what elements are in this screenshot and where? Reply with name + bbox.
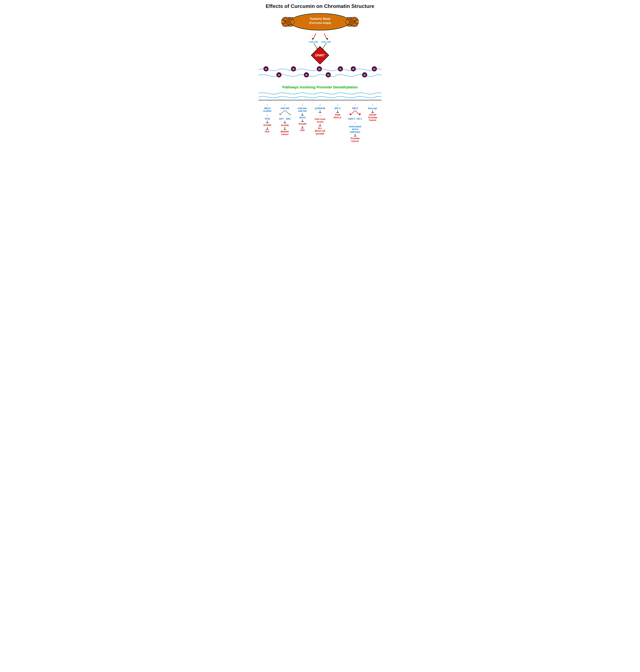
bottom-wave-svg xyxy=(259,91,381,100)
dnmt-section: DNMT xyxy=(259,42,381,62)
svg-marker-32 xyxy=(349,113,351,115)
svg-text:(Curcuma longa): (Curcuma longa) xyxy=(309,21,331,25)
bottom-wave xyxy=(259,91,381,100)
svg-point-3 xyxy=(281,20,286,24)
pathways-container: ↓ MEG3lncRNA ↓ TP53 Growth HCC ↓ miR-203 xyxy=(259,100,381,143)
pathway-heading: Pathways Involving Promoter Demethylatio… xyxy=(259,85,381,89)
turmeric-illustration: Tumeric Root (Curcuma longa) xyxy=(259,12,381,33)
turmeric-svg: Tumeric Root (Curcuma longa) xyxy=(281,12,359,33)
page-title: Effects of Curcumin on Chromatin Structu… xyxy=(259,3,381,9)
svg-line-27 xyxy=(280,110,285,115)
m-circle: M xyxy=(326,72,331,77)
m-circle: M xyxy=(263,66,268,72)
svg-text:Tumeric Root: Tumeric Root xyxy=(310,17,330,20)
m-circle: M xyxy=(338,66,343,72)
svg-marker-34 xyxy=(359,113,361,115)
pathway-wif1: ↓ WIF-1 A549NSCLC xyxy=(329,103,346,143)
pathway-p15: ↓ p15INK4b ↓ Cell CycleArrest ALL(RAJI c… xyxy=(311,103,329,143)
m-circle: M xyxy=(372,66,377,72)
svg-line-23 xyxy=(314,43,318,49)
svg-line-25 xyxy=(322,43,326,49)
pathway-mir203: ↓ miR-203 AKT SRC Growth Bladde xyxy=(276,103,294,143)
mir203-branches xyxy=(278,110,292,117)
pathway-neurog1: ↓ Neurog1 LNCaPProstateCancer xyxy=(364,103,381,143)
svg-line-31 xyxy=(350,110,355,115)
m-circle: M xyxy=(317,66,322,72)
pathway-nrt2: ↓ NRT2 NQO-1 HO-1 ↓ Antioxidantstresspat… xyxy=(346,103,364,143)
m-circle: M xyxy=(276,72,281,77)
pathway-meg3: ↓ MEG3lncRNA ↓ TP53 Growth HCC xyxy=(259,103,276,143)
m-circle: M xyxy=(351,66,356,72)
svg-line-30 xyxy=(289,114,291,115)
dnmt-label: DNMT xyxy=(315,53,325,57)
methylation-wave: M M M M M M M M M M xyxy=(259,63,381,83)
m-circle: M xyxy=(291,66,296,72)
nrt2-branches xyxy=(347,110,363,117)
m-circle: M xyxy=(362,72,367,77)
svg-point-7 xyxy=(354,20,359,24)
svg-line-33 xyxy=(355,110,360,115)
full-diagram: Effects of Curcumin on Chromatin Structu… xyxy=(259,3,381,143)
pathway-mir34: ↓ miR-34a,miR-34c Notch Growth CRC xyxy=(294,103,311,143)
m-circle: M xyxy=(304,72,309,77)
